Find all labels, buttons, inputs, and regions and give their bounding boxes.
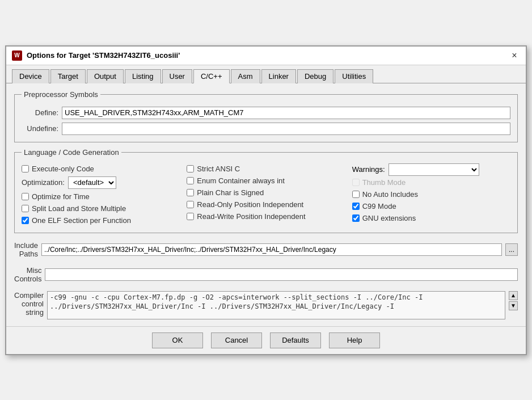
misc-controls-input[interactable] <box>45 268 518 281</box>
tabs-row: Device Target Output Listing User C/C++ … <box>6 65 526 83</box>
execute-only-row: Execute-only Code <box>22 163 180 174</box>
no-auto-includes-label: No Auto Includes <box>362 190 418 199</box>
close-button[interactable]: × <box>509 50 520 61</box>
one-elf-label: One ELF Section per Function <box>32 216 131 225</box>
plain-char-checkbox[interactable] <box>187 189 194 196</box>
tab-listing[interactable]: Listing <box>125 69 161 83</box>
thumb-mode-label: Thumb Mode <box>362 178 406 187</box>
thumb-mode-checkbox <box>352 179 360 186</box>
gnu-extensions-label: GNU extensions <box>362 214 416 222</box>
scroll-up-button[interactable]: ▲ <box>509 291 518 300</box>
read-only-pos-row: Read-Only Position Independent <box>187 199 345 210</box>
c99-mode-checkbox[interactable] <box>352 203 360 210</box>
dialog-content: Preprocessor Symbols Define: Undefine: L… <box>6 83 526 326</box>
optimization-select[interactable]: <default> <box>68 176 116 189</box>
tab-user[interactable]: User <box>162 69 192 83</box>
optimization-row: Optimization: <default> <box>22 175 180 190</box>
optimize-time-checkbox[interactable] <box>22 193 29 200</box>
misc-controls-label: Misc Controls <box>14 266 41 283</box>
plain-char-row: Plain Char is Signed <box>187 187 345 198</box>
read-write-pos-label: Read-Write Position Independent <box>197 212 305 221</box>
tab-cpp[interactable]: C/C++ <box>193 69 230 83</box>
undefine-row: Undefine: <box>22 123 510 135</box>
optimize-time-label: Optimize for Time <box>32 192 90 201</box>
strict-ansi-row: Strict ANSI C <box>187 163 345 174</box>
strict-ansi-checkbox[interactable] <box>187 165 194 172</box>
compiler-control-textarea[interactable]: -c99 -gnu -c -cpu Cortex-M7.fp.dp -g -O2… <box>47 291 505 319</box>
thumb-mode-row: Thumb Mode <box>352 177 510 188</box>
enum-container-label: Enum Container always int <box>197 176 285 185</box>
defaults-button[interactable]: Defaults <box>270 332 321 348</box>
tab-output[interactable]: Output <box>87 69 124 83</box>
no-auto-includes-row: No Auto Includes <box>352 189 510 200</box>
gnu-extensions-row: GNU extensions <box>352 213 510 224</box>
define-row: Define: <box>22 107 510 119</box>
read-write-pos-checkbox[interactable] <box>187 213 194 220</box>
no-auto-includes-checkbox[interactable] <box>352 191 360 198</box>
read-only-pos-label: Read-Only Position Independent <box>197 200 303 209</box>
execute-only-checkbox[interactable] <box>22 165 29 172</box>
dialog-title: Options for Target 'STM32H743ZIT6_ucosii… <box>27 51 180 60</box>
define-label: Define: <box>22 108 58 117</box>
enum-container-row: Enum Container always int <box>187 175 345 186</box>
code-gen-group: Language / Code Generation Execute-only … <box>14 148 518 233</box>
warnings-select[interactable] <box>389 163 479 176</box>
col-left: Execute-only Code Optimization: <default… <box>22 163 180 226</box>
help-button[interactable]: Help <box>329 332 380 348</box>
compiler-control-label: Compiler control string <box>14 291 44 317</box>
read-only-pos-checkbox[interactable] <box>187 201 194 208</box>
c99-mode-row: C99 Mode <box>352 201 510 212</box>
compiler-control-section: Compiler control string -c99 -gnu -c -cp… <box>14 291 518 319</box>
tab-device[interactable]: Device <box>12 69 49 83</box>
code-gen-legend: Language / Code Generation <box>22 148 121 157</box>
execute-only-label: Execute-only Code <box>32 165 94 173</box>
optimize-time-row: Optimize for Time <box>22 191 180 202</box>
misc-controls-section: Misc Controls <box>14 266 518 283</box>
tab-debug[interactable]: Debug <box>297 69 333 83</box>
enum-container-checkbox[interactable] <box>187 177 194 184</box>
tab-target[interactable]: Target <box>50 69 86 83</box>
plain-char-label: Plain Char is Signed <box>197 188 264 197</box>
options-dialog: W Options for Target 'STM32H743ZIT6_ucos… <box>5 45 527 355</box>
preprocessor-group: Preprocessor Symbols Define: Undefine: <box>14 90 518 142</box>
tab-asm[interactable]: Asm <box>231 69 260 83</box>
warnings-row: Warnings: <box>352 163 510 176</box>
col-right: Warnings: Thumb Mode No Auto Includes <box>352 163 510 226</box>
compiler-scroll-buttons: ▲ ▼ <box>509 291 518 310</box>
strict-ansi-label: Strict ANSI C <box>197 165 240 173</box>
one-elf-checkbox[interactable] <box>22 217 29 224</box>
scroll-down-button[interactable]: ▼ <box>509 301 518 310</box>
include-paths-input[interactable] <box>41 243 502 256</box>
title-bar: W Options for Target 'STM32H743ZIT6_ucos… <box>6 47 526 65</box>
include-paths-section: Include Paths ... <box>14 241 518 258</box>
optimization-label: Optimization: <box>22 178 65 187</box>
c99-mode-label: C99 Mode <box>362 202 396 210</box>
app-icon: W <box>12 50 22 61</box>
undefine-label: Undefine: <box>22 124 58 133</box>
col-mid: Strict ANSI C Enum Container always int … <box>187 163 345 226</box>
include-paths-label: Include Paths <box>14 241 38 258</box>
cancel-button[interactable]: Cancel <box>211 332 262 348</box>
split-load-checkbox[interactable] <box>22 205 29 212</box>
tab-utilities[interactable]: Utilities <box>335 69 373 83</box>
undefine-input[interactable] <box>62 123 510 135</box>
tab-linker[interactable]: Linker <box>261 69 296 83</box>
one-elf-row: One ELF Section per Function <box>22 215 180 226</box>
preprocessor-legend: Preprocessor Symbols <box>22 90 100 99</box>
warnings-label: Warnings: <box>352 165 385 174</box>
read-write-pos-row: Read-Write Position Independent <box>187 211 345 222</box>
split-load-label: Split Load and Store Multiple <box>32 204 126 213</box>
title-bar-left: W Options for Target 'STM32H743ZIT6_ucos… <box>12 50 180 61</box>
define-input[interactable] <box>62 107 510 119</box>
gnu-extensions-checkbox[interactable] <box>352 214 360 222</box>
bottom-bar: OK Cancel Defaults Help <box>6 326 526 354</box>
include-paths-browse[interactable]: ... <box>505 243 518 256</box>
split-load-row: Split Load and Store Multiple <box>22 203 180 214</box>
ok-button[interactable]: OK <box>152 332 203 348</box>
